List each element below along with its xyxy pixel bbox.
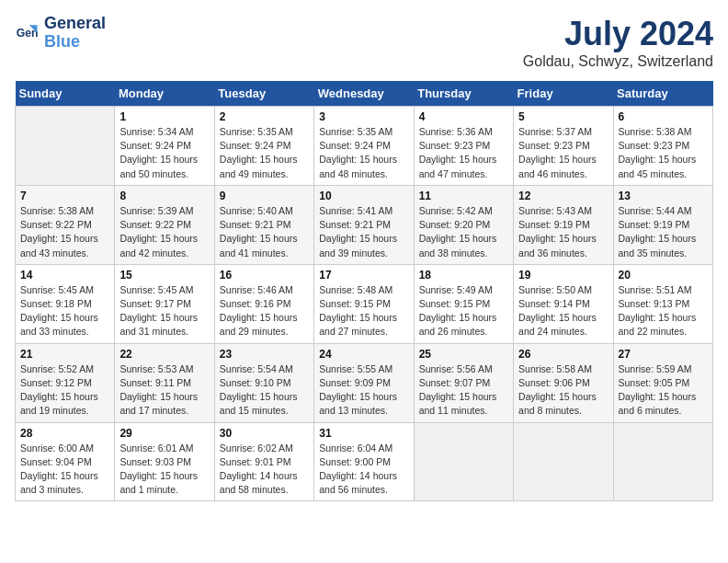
cell-info: Sunrise: 5:52 AMSunset: 9:12 PMDaylight:…: [20, 362, 109, 419]
calendar-week-row: 21Sunrise: 5:52 AMSunset: 9:12 PMDayligh…: [16, 343, 713, 422]
day-number: 3: [319, 110, 408, 123]
calendar-cell: 2Sunrise: 5:35 AMSunset: 9:24 PMDaylight…: [214, 107, 313, 186]
calendar-week-row: 14Sunrise: 5:45 AMSunset: 9:18 PMDayligh…: [16, 264, 713, 343]
cell-info: Sunrise: 5:50 AMSunset: 9:14 PMDaylight:…: [518, 283, 608, 339]
calendar-cell: [613, 422, 712, 501]
calendar-cell: 11Sunrise: 5:42 AMSunset: 9:20 PMDayligh…: [414, 185, 513, 264]
day-number: 9: [220, 190, 309, 202]
calendar-cell: 14Sunrise: 5:45 AMSunset: 9:18 PMDayligh…: [16, 264, 115, 343]
day-number: 11: [419, 190, 508, 202]
day-number: 5: [518, 110, 608, 123]
day-number: 28: [20, 427, 109, 440]
title-block: July 2024 Goldau, Schwyz, Switzerland: [523, 15, 713, 70]
day-number: 22: [119, 348, 209, 361]
calendar-cell: 26Sunrise: 5:58 AMSunset: 9:06 PMDayligh…: [514, 343, 613, 422]
column-header-saturday: Saturday: [613, 81, 712, 107]
cell-info: Sunrise: 5:34 AMSunset: 9:24 PMDaylight:…: [119, 125, 209, 181]
cell-info: Sunrise: 5:38 AMSunset: 9:22 PMDaylight:…: [20, 204, 109, 260]
cell-info: Sunrise: 5:59 AMSunset: 9:05 PMDaylight:…: [619, 362, 708, 419]
calendar-cell: 23Sunrise: 5:54 AMSunset: 9:10 PMDayligh…: [214, 343, 313, 422]
column-header-tuesday: Tuesday: [214, 81, 313, 107]
cell-info: Sunrise: 5:44 AMSunset: 9:19 PMDaylight:…: [619, 204, 708, 260]
calendar-cell: 1Sunrise: 5:34 AMSunset: 9:24 PMDaylight…: [115, 107, 214, 186]
day-number: 16: [220, 269, 309, 282]
calendar-cell: 29Sunrise: 6:01 AMSunset: 9:03 PMDayligh…: [115, 422, 214, 501]
cell-info: Sunrise: 6:02 AMSunset: 9:01 PMDaylight:…: [220, 442, 309, 498]
day-number: 24: [319, 348, 408, 361]
day-number: 17: [319, 269, 408, 282]
calendar-cell: [514, 422, 613, 501]
column-header-sunday: Sunday: [16, 81, 115, 107]
cell-info: Sunrise: 6:00 AMSunset: 9:04 PMDaylight:…: [20, 442, 109, 498]
calendar-cell: 19Sunrise: 5:50 AMSunset: 9:14 PMDayligh…: [514, 264, 613, 343]
day-number: 13: [619, 190, 708, 202]
calendar-cell: 13Sunrise: 5:44 AMSunset: 9:19 PMDayligh…: [613, 185, 712, 264]
day-number: 23: [220, 348, 309, 361]
cell-info: Sunrise: 5:38 AMSunset: 9:23 PMDaylight:…: [619, 125, 708, 181]
column-header-wednesday: Wednesday: [314, 81, 414, 107]
day-number: 27: [619, 348, 708, 361]
calendar-cell: 28Sunrise: 6:00 AMSunset: 9:04 PMDayligh…: [16, 422, 115, 501]
calendar-week-row: 1Sunrise: 5:34 AMSunset: 9:24 PMDaylight…: [16, 107, 713, 186]
day-number: 12: [518, 190, 608, 202]
column-header-monday: Monday: [115, 81, 214, 107]
month-title: July 2024: [523, 15, 713, 53]
day-number: 31: [319, 427, 408, 440]
cell-info: Sunrise: 5:41 AMSunset: 9:21 PMDaylight:…: [319, 204, 408, 260]
calendar-cell: 15Sunrise: 5:45 AMSunset: 9:17 PMDayligh…: [115, 264, 214, 343]
calendar-cell: [16, 107, 115, 186]
logo-icon: Gen: [15, 20, 40, 46]
day-number: 18: [419, 269, 508, 282]
calendar-cell: [414, 422, 513, 501]
calendar-cell: 22Sunrise: 5:53 AMSunset: 9:11 PMDayligh…: [115, 343, 214, 422]
logo-text-line1: General: [44, 15, 106, 33]
calendar-cell: 9Sunrise: 5:40 AMSunset: 9:21 PMDaylight…: [214, 185, 313, 264]
cell-info: Sunrise: 5:49 AMSunset: 9:15 PMDaylight:…: [419, 283, 508, 339]
cell-info: Sunrise: 6:04 AMSunset: 9:00 PMDaylight:…: [319, 442, 408, 498]
column-header-thursday: Thursday: [414, 81, 513, 107]
cell-info: Sunrise: 5:35 AMSunset: 9:24 PMDaylight:…: [220, 125, 309, 181]
column-header-friday: Friday: [514, 81, 613, 107]
calendar-cell: 6Sunrise: 5:38 AMSunset: 9:23 PMDaylight…: [613, 107, 712, 186]
cell-info: Sunrise: 5:40 AMSunset: 9:21 PMDaylight:…: [220, 204, 309, 260]
calendar-cell: 12Sunrise: 5:43 AMSunset: 9:19 PMDayligh…: [514, 185, 613, 264]
calendar-cell: 17Sunrise: 5:48 AMSunset: 9:15 PMDayligh…: [314, 264, 414, 343]
day-number: 21: [20, 348, 109, 361]
calendar-cell: 31Sunrise: 6:04 AMSunset: 9:00 PMDayligh…: [314, 422, 414, 501]
cell-info: Sunrise: 5:37 AMSunset: 9:23 PMDaylight:…: [518, 125, 608, 181]
cell-info: Sunrise: 5:55 AMSunset: 9:09 PMDaylight:…: [319, 362, 408, 419]
calendar-week-row: 7Sunrise: 5:38 AMSunset: 9:22 PMDaylight…: [16, 185, 713, 264]
calendar-cell: 24Sunrise: 5:55 AMSunset: 9:09 PMDayligh…: [314, 343, 414, 422]
cell-info: Sunrise: 5:36 AMSunset: 9:23 PMDaylight:…: [419, 125, 508, 181]
cell-info: Sunrise: 5:45 AMSunset: 9:18 PMDaylight:…: [20, 283, 109, 339]
cell-info: Sunrise: 5:51 AMSunset: 9:13 PMDaylight:…: [619, 283, 708, 339]
logo: Gen General Blue: [15, 15, 106, 52]
logo-text-line2: Blue: [44, 33, 106, 52]
day-number: 14: [20, 269, 109, 282]
cell-info: Sunrise: 5:53 AMSunset: 9:11 PMDaylight:…: [119, 362, 209, 419]
cell-info: Sunrise: 5:35 AMSunset: 9:24 PMDaylight:…: [319, 125, 408, 181]
calendar-cell: 21Sunrise: 5:52 AMSunset: 9:12 PMDayligh…: [16, 343, 115, 422]
cell-info: Sunrise: 5:45 AMSunset: 9:17 PMDaylight:…: [119, 283, 209, 339]
page-header: Gen General Blue July 2024 Goldau, Schwy…: [15, 15, 713, 70]
calendar-cell: 4Sunrise: 5:36 AMSunset: 9:23 PMDaylight…: [414, 107, 513, 186]
cell-info: Sunrise: 5:48 AMSunset: 9:15 PMDaylight:…: [319, 283, 408, 339]
cell-info: Sunrise: 5:43 AMSunset: 9:19 PMDaylight:…: [518, 204, 608, 260]
day-number: 7: [20, 190, 109, 202]
day-number: 19: [518, 269, 608, 282]
calendar-cell: 16Sunrise: 5:46 AMSunset: 9:16 PMDayligh…: [214, 264, 313, 343]
day-number: 29: [119, 427, 209, 440]
day-number: 15: [119, 269, 209, 282]
day-number: 2: [220, 110, 309, 123]
location-title: Goldau, Schwyz, Switzerland: [523, 53, 713, 70]
cell-info: Sunrise: 6:01 AMSunset: 9:03 PMDaylight:…: [119, 442, 209, 498]
calendar-cell: 30Sunrise: 6:02 AMSunset: 9:01 PMDayligh…: [214, 422, 313, 501]
day-number: 20: [619, 269, 708, 282]
cell-info: Sunrise: 5:56 AMSunset: 9:07 PMDaylight:…: [419, 362, 508, 419]
day-number: 1: [119, 110, 209, 123]
calendar-cell: 5Sunrise: 5:37 AMSunset: 9:23 PMDaylight…: [514, 107, 613, 186]
day-number: 10: [319, 190, 408, 202]
calendar-table: SundayMondayTuesdayWednesdayThursdayFrid…: [15, 81, 713, 501]
day-number: 6: [619, 110, 708, 123]
calendar-cell: 18Sunrise: 5:49 AMSunset: 9:15 PMDayligh…: [414, 264, 513, 343]
